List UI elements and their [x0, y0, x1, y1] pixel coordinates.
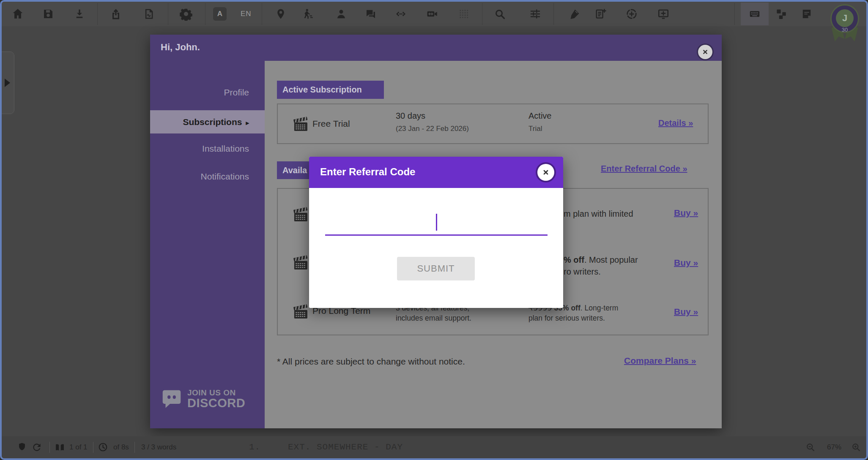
toolbar-separator — [734, 3, 735, 25]
word-count: 3 / 3 words — [141, 443, 176, 452]
toolbar-separator — [97, 3, 98, 25]
sidebar-item-subscriptions[interactable]: Subscriptions▸ — [150, 110, 265, 133]
sidebar-item-profile[interactable]: Profile — [150, 82, 265, 103]
discord-text-line1: JOIN US ON — [187, 389, 245, 397]
sidebar-item-notifications[interactable]: Notifications — [150, 166, 265, 187]
grid-dots-icon[interactable] — [455, 5, 472, 22]
download-icon[interactable] — [71, 5, 88, 22]
clapperboard-icon — [290, 253, 312, 272]
language-code[interactable]: EN — [241, 10, 252, 18]
home-icon[interactable] — [9, 5, 26, 22]
shot-camera-icon[interactable] — [424, 5, 441, 22]
transition-icon[interactable] — [392, 5, 409, 22]
avatar-days-left: 30 — [830, 27, 860, 33]
statusbar-separator — [134, 442, 135, 453]
plan1-description-fragment: m plan with limited — [564, 209, 633, 219]
toolbar-separator — [482, 3, 482, 25]
profile-modal-close-button[interactable] — [698, 45, 712, 59]
filter-sliders-icon[interactable] — [527, 5, 544, 22]
plan-date-range: (23 Jan - 22 Feb 2026) — [396, 125, 469, 133]
chevron-right-icon: ▸ — [246, 119, 249, 126]
expand-arrow-icon — [5, 79, 10, 87]
character-icon[interactable] — [333, 5, 350, 22]
app-window: A EN — [0, 0, 868, 460]
sidebar-item-label: Installations — [202, 144, 249, 153]
toolbar-separator — [262, 3, 262, 25]
add-note-icon[interactable] — [592, 5, 609, 22]
plan2-buy-link[interactable]: Buy » — [674, 258, 698, 268]
duration-info: of 8s — [113, 443, 129, 452]
toolbar-separator — [205, 3, 205, 25]
plan1-buy-link[interactable]: Buy » — [674, 208, 698, 218]
scene-heading-pin-icon[interactable] — [272, 5, 289, 22]
referral-dialog-title: Enter Referral Code — [320, 166, 415, 178]
plan-duration: 30 days — [396, 111, 469, 121]
discord-text-line2: DISCORD — [187, 397, 245, 409]
statusbar-separator — [49, 442, 50, 453]
language-badge[interactable]: A — [213, 7, 227, 21]
toolbar-separator — [553, 3, 554, 25]
left-panel-expand-tab[interactable] — [0, 52, 14, 114]
sidebar-item-label: Subscriptions — [183, 117, 242, 127]
close-icon — [701, 47, 710, 57]
zoom-level: 67% — [827, 443, 841, 452]
plan2-discount-fragment: % off — [564, 255, 584, 264]
discord-icon — [159, 387, 184, 411]
status-bar: 1 of 1 of 8s 3 / 3 words 1. EXT. SOMEWHE… — [2, 436, 866, 458]
statusbar-separator — [93, 442, 93, 453]
zoom-out-icon[interactable] — [805, 442, 816, 454]
main-toolbar: A EN — [2, 2, 866, 26]
plan3-buy-link[interactable]: Buy » — [674, 307, 698, 317]
plan-name: Free Trial — [312, 119, 350, 129]
submit-button[interactable]: SUBMIT — [397, 257, 475, 280]
refresh-icon[interactable] — [31, 442, 42, 455]
price-disclaimer: * All prices are subject to change witho… — [277, 357, 465, 367]
shield-icon[interactable] — [17, 442, 27, 454]
save-icon[interactable] — [40, 5, 57, 22]
sidebar-item-label: Profile — [224, 87, 249, 97]
structure-icon[interactable] — [773, 5, 790, 22]
add-circle-icon[interactable] — [623, 5, 640, 22]
join-discord-link[interactable]: JOIN US ON DISCORD — [159, 384, 257, 413]
sign-document-icon[interactable] — [566, 5, 583, 22]
dialogue-icon[interactable] — [362, 5, 379, 22]
keyboard-icon[interactable] — [746, 5, 763, 22]
sidebar-item-installations[interactable]: Installations — [150, 138, 265, 159]
active-subscription-heading: Active Subscription — [277, 81, 384, 99]
pages-book-icon — [54, 442, 66, 455]
scene-heading-text: EXT. SOMEWHERE - DAY — [288, 442, 403, 452]
user-avatar-badge[interactable]: J 30 — [830, 4, 860, 43]
search-icon[interactable] — [491, 5, 508, 22]
clock-icon — [98, 442, 108, 454]
sidebar-item-label: Notifications — [201, 171, 249, 181]
avatar-initial: J — [836, 9, 854, 27]
referral-code-dialog: Enter Referral Code SUBMIT — [309, 157, 563, 308]
clapperboard-icon — [290, 205, 312, 224]
export-pdf-icon[interactable] — [140, 5, 157, 22]
compare-plans-link[interactable]: Compare Plans » — [624, 356, 696, 366]
greeting-text: Hi, John. — [161, 42, 200, 53]
action-icon[interactable] — [298, 5, 315, 22]
active-subscription-card: Free Trial 30 days (23 Jan - 22 Feb 2026… — [277, 103, 709, 144]
notes-icon[interactable] — [798, 5, 815, 22]
plan2-desc-text: . Most popular — [584, 255, 638, 264]
details-link[interactable]: Details » — [658, 118, 693, 128]
referral-dialog-header: Enter Referral Code — [309, 157, 563, 188]
enter-referral-code-link[interactable]: Enter Referral Code » — [601, 164, 687, 174]
share-icon[interactable] — [107, 5, 124, 22]
settings-gear-icon[interactable] — [178, 5, 194, 22]
referral-dialog-close-button[interactable] — [537, 164, 554, 181]
clapperboard-icon — [290, 302, 312, 321]
plan2-description-fragment: % off. Most popular ro writers. — [564, 254, 638, 278]
plan2-desc-text2: ro writers. — [564, 266, 638, 278]
profile-modal-header: Hi, John. — [150, 35, 722, 61]
clapperboard-icon — [290, 114, 312, 134]
plan-status-type: Trial — [528, 125, 551, 133]
page-count: 1 of 1 — [69, 443, 88, 452]
scene-number: 1. — [249, 442, 260, 452]
add-display-icon[interactable] — [655, 5, 672, 22]
profile-sidebar: Profile Subscriptions▸ Installations Not… — [150, 61, 265, 428]
zoom-in-icon[interactable] — [851, 442, 861, 454]
close-icon — [541, 167, 551, 177]
plan-status: Active — [528, 111, 551, 121]
